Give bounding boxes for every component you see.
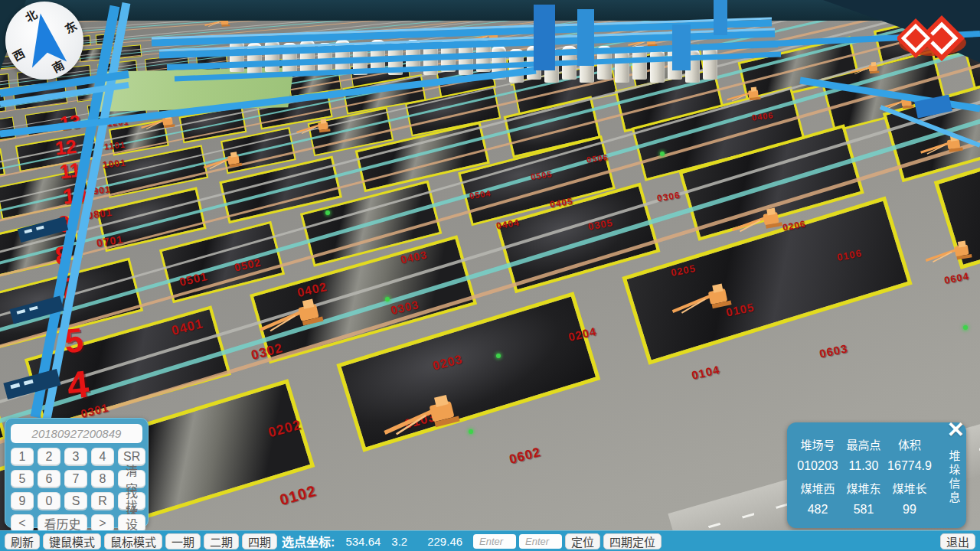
- silo: [441, 40, 456, 72]
- row-number-label: 4: [65, 362, 91, 409]
- pile-info-panel: ✕ 堆场号 最高点 体积 010203 11.30 16774.9 煤堆西 煤堆…: [787, 422, 966, 528]
- compass-arrow-icon: [14, 6, 77, 76]
- row-number-label: 9: [57, 210, 72, 238]
- pile-east-header: 煤堆东: [841, 480, 887, 496]
- phase4-locate-button[interactable]: 四期定位: [603, 533, 662, 549]
- pile-length-value: 99: [887, 503, 933, 517]
- silo: [668, 46, 682, 80]
- row-number-label: 13: [59, 111, 81, 135]
- pile-info-grid: 堆场号 最高点 体积 010203 11.30 16774.9 煤堆西 煤堆东 …: [795, 433, 933, 520]
- silo: [335, 40, 350, 72]
- coord-enter-input-1[interactable]: [473, 534, 516, 549]
- bottom-toolbar: 刷新 键鼠模式 鼠标模式 一期 二期 四期 选点坐标: 534.64 3.2 2…: [0, 530, 980, 551]
- silo: [388, 43, 403, 75]
- keypad-key-9[interactable]: 9: [11, 492, 34, 510]
- keypad-key-3[interactable]: 3: [64, 448, 87, 466]
- silo: [371, 40, 385, 72]
- keypad-key-8[interactable]: 8: [91, 470, 114, 488]
- refresh-button[interactable]: 刷新: [5, 533, 40, 549]
- phase2-button[interactable]: 二期: [204, 533, 239, 549]
- pile-west-value: 482: [795, 503, 841, 517]
- pile-length-header: 煤堆长: [887, 480, 933, 496]
- highest-point-value: 11.30: [841, 459, 887, 473]
- silo: [580, 49, 594, 83]
- row-number-label: 7: [58, 272, 77, 305]
- company-logo-icon: [897, 8, 968, 69]
- row-number-label: 5: [62, 321, 85, 360]
- yard-no-value: 010203: [795, 459, 841, 473]
- keypad-key-4[interactable]: 4: [91, 448, 114, 466]
- silo: [423, 43, 438, 75]
- silo: [459, 43, 473, 75]
- silo: [492, 46, 506, 80]
- keypad-key-1[interactable]: 1: [11, 448, 34, 466]
- compass[interactable]: 北 南 东 西: [5, 2, 83, 80]
- silo: [247, 43, 262, 75]
- row-number-label: 12: [54, 135, 78, 160]
- keypad-key-6[interactable]: 6: [38, 470, 60, 488]
- selected-point-label: 选点坐标:: [282, 532, 335, 550]
- silo: [476, 40, 491, 72]
- silo: [650, 49, 665, 83]
- silo: [632, 46, 647, 80]
- silo: [544, 49, 559, 83]
- mouse-mode-button[interactable]: 鼠标模式: [104, 533, 162, 549]
- coal-yard-3d-view[interactable]: 1312111098754120111011001090108010701050…: [0, 0, 980, 551]
- highest-point-header: 最高点: [841, 436, 887, 452]
- status-dot: [721, 32, 726, 37]
- keypad-input[interactable]: [11, 424, 142, 443]
- coord-y-value: 3.2: [391, 535, 407, 548]
- green-field: [96, 67, 294, 112]
- silo: [300, 40, 315, 72]
- row-number-label: 10: [61, 182, 87, 209]
- silo: [527, 46, 541, 80]
- keypad-key-5[interactable]: 5: [11, 470, 34, 488]
- silo: [703, 46, 717, 80]
- exit-button[interactable]: 退出: [940, 533, 975, 549]
- silo: [597, 46, 612, 80]
- silo: [230, 40, 244, 72]
- status-dot: [469, 429, 473, 434]
- keypad-key-S[interactable]: S: [64, 492, 87, 510]
- keypad-key-2[interactable]: 2: [38, 448, 60, 466]
- keyboard-mouse-mode-button[interactable]: 键鼠模式: [43, 533, 101, 549]
- coord-x-value: 534.64: [345, 535, 381, 548]
- pile-id-label: 1201: [107, 117, 129, 128]
- volume-header: 体积: [887, 436, 933, 452]
- status-dot: [660, 152, 665, 156]
- silo: [318, 43, 332, 75]
- silo: [615, 49, 629, 83]
- phase1-button[interactable]: 一期: [165, 533, 201, 549]
- row-number-label: 11: [58, 158, 82, 184]
- keypad-key-0[interactable]: 0: [38, 492, 60, 510]
- status-dot: [325, 210, 330, 215]
- coord-enter-input-2[interactable]: [519, 534, 562, 549]
- silo: [265, 40, 279, 72]
- close-icon[interactable]: ✕: [947, 419, 965, 441]
- silo: [509, 49, 524, 83]
- silo: [283, 43, 297, 75]
- volume-value: 16774.9: [887, 459, 933, 473]
- stacker-reclaimer-machine[interactable]: [847, 58, 893, 82]
- status-dot: [385, 297, 390, 302]
- pile-info-vertical-title: 堆垛信息: [946, 450, 962, 520]
- pile-search-keypad-panel: 1234SR5678清空90SR找垛<看历史>找设备: [5, 418, 149, 528]
- phase4-button[interactable]: 四期: [242, 533, 277, 549]
- locate-button[interactable]: 定位: [565, 533, 600, 549]
- silo: [562, 46, 577, 80]
- keypad-keys: 1234SR5678清空90SR找垛<看历史>找设备: [11, 448, 142, 533]
- keypad-key-7[interactable]: 7: [64, 470, 87, 488]
- silo: [406, 40, 420, 72]
- pile-east-value: 581: [841, 503, 887, 517]
- row-number-label: 8: [54, 240, 70, 271]
- coord-z-value: 229.46: [427, 535, 462, 548]
- status-dot: [963, 325, 968, 330]
- keypad-key-R[interactable]: R: [91, 492, 114, 510]
- silo: [353, 43, 368, 75]
- silo: [685, 49, 700, 83]
- pile-west-header: 煤堆西: [795, 480, 841, 496]
- status-dot: [496, 354, 501, 358]
- yard-no-header: 堆场号: [795, 436, 841, 452]
